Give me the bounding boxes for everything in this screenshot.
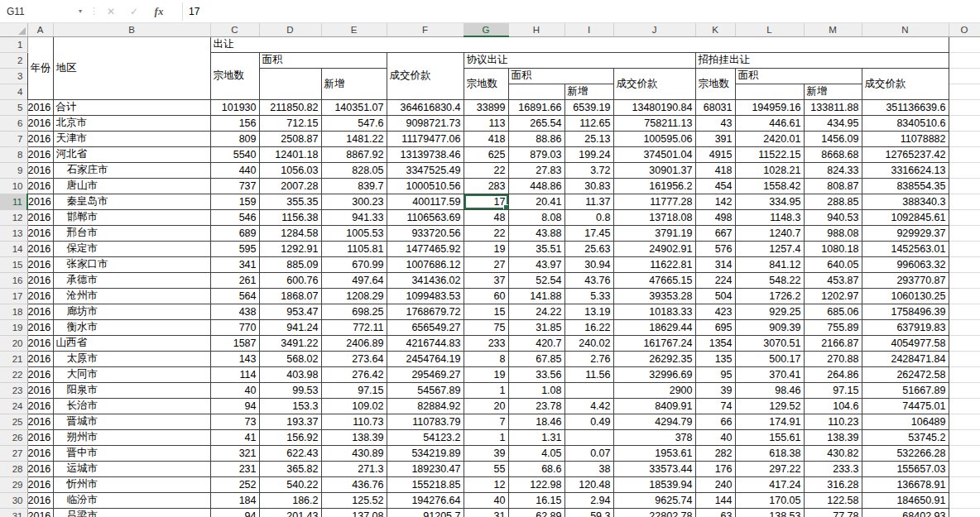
cell-C12[interactable]: 546 xyxy=(210,209,259,225)
cell-I22[interactable]: 11.56 xyxy=(564,366,613,382)
cell-K18[interactable]: 423 xyxy=(695,304,735,319)
cell-J30[interactable]: 9625.74 xyxy=(613,492,695,508)
cell-F17[interactable]: 1099483.53 xyxy=(387,288,464,304)
cell-D26[interactable]: 156.92 xyxy=(259,429,321,445)
cell-N11[interactable]: 388340.3 xyxy=(862,194,949,209)
cell-F24[interactable]: 82884.92 xyxy=(387,398,464,414)
cell-N29[interactable]: 136678.91 xyxy=(862,476,949,492)
grid-cell-O12[interactable] xyxy=(949,209,980,225)
cell-A18[interactable]: 2016 xyxy=(27,304,53,319)
row-header-16[interactable]: 16 xyxy=(0,272,27,288)
cell-E9[interactable]: 828.05 xyxy=(321,162,387,178)
header-cell-new-added[interactable]: 新增 xyxy=(564,84,613,99)
cell-M15[interactable]: 640.05 xyxy=(804,256,862,272)
cell-E7[interactable]: 1481.22 xyxy=(321,131,387,146)
header-cell-area[interactable]: 面积 xyxy=(259,52,387,68)
cell-F10[interactable]: 1000510.56 xyxy=(387,178,464,194)
cell-L23[interactable]: 98.46 xyxy=(735,382,804,398)
cell-G25[interactable]: 7 xyxy=(464,414,508,429)
grid-cell-O3[interactable] xyxy=(949,68,980,84)
cell-D22[interactable]: 403.98 xyxy=(259,366,321,382)
cell-K20[interactable]: 1354 xyxy=(695,335,735,351)
header-cell-year[interactable]: 年份 xyxy=(27,36,53,99)
row-header-15[interactable]: 15 xyxy=(0,256,27,272)
row-header-2[interactable]: 2 xyxy=(0,52,27,68)
cell-D30[interactable]: 186.2 xyxy=(259,492,321,508)
cell-A10[interactable]: 2016 xyxy=(27,178,53,194)
cell-E17[interactable]: 1208.29 xyxy=(321,288,387,304)
cell-M12[interactable]: 940.53 xyxy=(804,209,862,225)
grid-cell-O24[interactable] xyxy=(949,398,980,414)
cell-L28[interactable]: 297.22 xyxy=(735,461,804,476)
cell-D21[interactable]: 568.02 xyxy=(259,351,321,366)
cell-K13[interactable]: 667 xyxy=(695,225,735,241)
cell-M25[interactable]: 110.23 xyxy=(804,414,862,429)
header-cell-blank[interactable] xyxy=(735,84,804,99)
cell-E5[interactable]: 140351.07 xyxy=(321,99,387,115)
grid-cell-O27[interactable] xyxy=(949,445,980,461)
cell-D23[interactable]: 99.53 xyxy=(259,382,321,398)
grid-cell-O26[interactable] xyxy=(949,429,980,445)
column-header-K[interactable]: K xyxy=(695,23,735,36)
grid-cell-O17[interactable] xyxy=(949,288,980,304)
row-header-14[interactable]: 14 xyxy=(0,241,27,256)
header-cell-blank[interactable] xyxy=(259,68,321,99)
header-cell-parcels[interactable]: 宗地数 xyxy=(695,68,735,99)
column-header-F[interactable]: F xyxy=(387,23,464,36)
grid-cell-O25[interactable] xyxy=(949,414,980,429)
cell-H14[interactable]: 35.51 xyxy=(508,241,564,256)
cell-D18[interactable]: 953.47 xyxy=(259,304,321,319)
grid-cell-O5[interactable] xyxy=(949,99,980,115)
grid-cell-O28[interactable] xyxy=(949,461,980,476)
cell-K25[interactable]: 66 xyxy=(695,414,735,429)
select-all-button[interactable] xyxy=(0,23,27,36)
cell-L29[interactable]: 417.24 xyxy=(735,476,804,492)
cell-B12[interactable]: 邯郸市 xyxy=(53,209,210,225)
cell-B5[interactable]: 合计 xyxy=(53,99,210,115)
column-header-J[interactable]: J xyxy=(613,23,695,36)
cell-C24[interactable]: 94 xyxy=(210,398,259,414)
cell-C7[interactable]: 809 xyxy=(210,131,259,146)
cell-J25[interactable]: 4294.79 xyxy=(613,414,695,429)
header-cell-price[interactable]: 成交价款 xyxy=(613,68,695,99)
column-header-E[interactable]: E xyxy=(321,23,387,36)
cell-C8[interactable]: 5540 xyxy=(210,146,259,162)
column-header-I[interactable]: I xyxy=(564,23,613,36)
cell-G31[interactable]: 31 xyxy=(464,508,508,517)
cell-J28[interactable]: 33573.44 xyxy=(613,461,695,476)
cell-N27[interactable]: 532266.28 xyxy=(862,445,949,461)
cell-K22[interactable]: 95 xyxy=(695,366,735,382)
cell-I5[interactable]: 6539.19 xyxy=(564,99,613,115)
insert-function-icon[interactable]: fx xyxy=(146,0,172,22)
cell-B14[interactable]: 保定市 xyxy=(53,241,210,256)
cell-M8[interactable]: 8668.68 xyxy=(804,146,862,162)
cell-C5[interactable]: 101930 xyxy=(210,99,259,115)
cell-H16[interactable]: 52.54 xyxy=(508,272,564,288)
row-header-13[interactable]: 13 xyxy=(0,225,27,241)
grid-cell-O18[interactable] xyxy=(949,304,980,319)
cell-L21[interactable]: 500.17 xyxy=(735,351,804,366)
grid-cell-O6[interactable] xyxy=(949,115,980,131)
cell-B15[interactable]: 张家口市 xyxy=(53,256,210,272)
cell-M7[interactable]: 1456.09 xyxy=(804,131,862,146)
cell-M18[interactable]: 685.06 xyxy=(804,304,862,319)
cell-L16[interactable]: 548.22 xyxy=(735,272,804,288)
cell-D9[interactable]: 1056.03 xyxy=(259,162,321,178)
cell-M17[interactable]: 1202.97 xyxy=(804,288,862,304)
cell-B25[interactable]: 晋城市 xyxy=(53,414,210,429)
cell-J27[interactable]: 1953.61 xyxy=(613,445,695,461)
cell-A12[interactable]: 2016 xyxy=(27,209,53,225)
cell-I17[interactable]: 5.33 xyxy=(564,288,613,304)
cell-E18[interactable]: 698.25 xyxy=(321,304,387,319)
cell-D25[interactable]: 193.37 xyxy=(259,414,321,429)
cell-B30[interactable]: 临汾市 xyxy=(53,492,210,508)
cell-H20[interactable]: 420.7 xyxy=(508,335,564,351)
row-header-27[interactable]: 27 xyxy=(0,445,27,461)
cell-A8[interactable]: 2016 xyxy=(27,146,53,162)
cell-K30[interactable]: 144 xyxy=(695,492,735,508)
cell-J31[interactable]: 22802.78 xyxy=(613,508,695,517)
cell-M30[interactable]: 122.58 xyxy=(804,492,862,508)
cell-A16[interactable]: 2016 xyxy=(27,272,53,288)
cell-I28[interactable]: 38 xyxy=(564,461,613,476)
cell-L18[interactable]: 929.25 xyxy=(735,304,804,319)
